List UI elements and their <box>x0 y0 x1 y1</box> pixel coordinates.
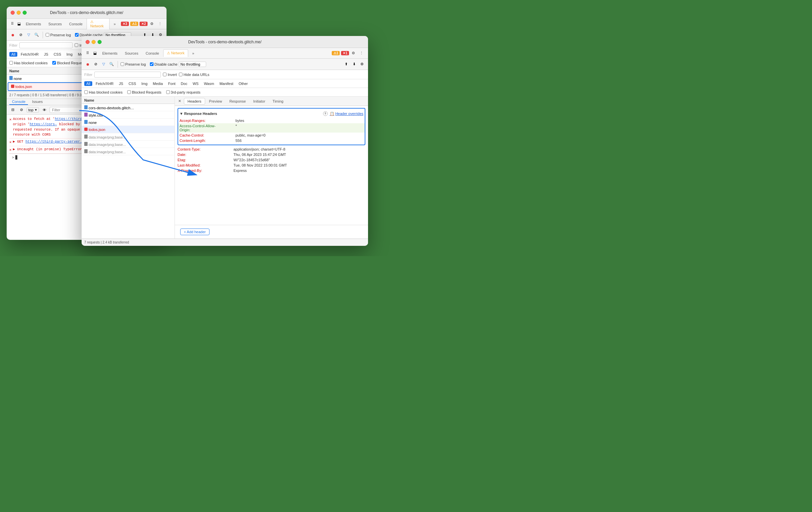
preserve-log-check-back[interactable] <box>46 33 49 37</box>
type-css-back[interactable]: CSS <box>52 52 63 57</box>
top-selector[interactable]: top ▼ <box>27 107 39 113</box>
blocked-req-check-back[interactable] <box>52 61 56 65</box>
minimize-button-back[interactable] <box>17 11 21 15</box>
throttle-select-front[interactable]: No throttling <box>179 62 206 67</box>
type-manifest-front[interactable]: Manifest <box>218 81 235 86</box>
search-icon-front[interactable]: 🔍 <box>108 61 115 67</box>
devtools-inspect-icon-front[interactable]: ⠿ <box>84 50 91 57</box>
type-img-back[interactable]: Img <box>65 52 75 57</box>
stop-record-back[interactable]: ⏺ <box>9 32 16 38</box>
preserve-log-label-front[interactable]: Preserve log <box>121 62 146 66</box>
tab-initiator-front[interactable]: Initiator <box>250 98 268 104</box>
blocked-requests-front[interactable]: Blocked Requests <box>127 90 162 94</box>
type-all-front[interactable]: All <box>84 81 92 86</box>
sidebar-toggle-icon[interactable]: ⊟ <box>9 107 16 113</box>
type-other-front[interactable]: Other <box>236 81 250 86</box>
close-button-front[interactable] <box>86 40 90 44</box>
type-font-front[interactable]: Font <box>166 81 177 86</box>
tab-elements-back[interactable]: Elements <box>22 21 44 27</box>
gear-icon-front[interactable]: ⚙ <box>350 50 357 56</box>
tab-more-back[interactable]: » <box>110 21 119 27</box>
invert-check-front[interactable] <box>163 73 167 76</box>
invert-label-front[interactable]: Invert <box>163 73 177 77</box>
stop-record-front[interactable]: ⏺ <box>84 61 91 67</box>
blocked-cookies-check-front[interactable] <box>84 90 88 94</box>
filter-input-back[interactable] <box>19 42 72 48</box>
table-row[interactable]: style.css <box>82 111 175 119</box>
tab-preview-front[interactable]: Preview <box>206 98 226 104</box>
table-row[interactable]: data:image/png;base... <box>82 141 175 148</box>
table-row-todos[interactable]: todos.json <box>82 126 175 133</box>
hide-data-check-front[interactable] <box>179 73 182 76</box>
type-doc-front[interactable]: Doc <box>179 81 190 86</box>
tab-more-front[interactable]: » <box>189 50 198 57</box>
close-button-back[interactable] <box>11 11 14 15</box>
devtools-dock-icon[interactable]: ⬓ <box>16 21 22 27</box>
blocked-cookies-front[interactable]: Has blocked cookies <box>84 90 122 94</box>
type-css-front[interactable]: CSS <box>126 81 138 86</box>
table-row[interactable]: cors-demo-devtools.glitch.me... <box>82 104 175 111</box>
disable-cache-label-front[interactable]: Disable cache <box>150 62 177 66</box>
disable-cache-check-front[interactable] <box>150 62 153 66</box>
type-fetch-front[interactable]: Fetch/XHR <box>94 81 116 86</box>
type-media-front[interactable]: Media <box>151 81 165 86</box>
tab-elements-front[interactable]: Elements <box>99 50 121 57</box>
type-img-front[interactable]: Img <box>140 81 149 86</box>
devtools-dock-icon-front[interactable]: ⬓ <box>92 50 98 57</box>
more-icon-front[interactable]: ⋮ <box>358 50 366 56</box>
tab-console-front[interactable]: Console <box>142 50 162 57</box>
type-ws-front[interactable]: WS <box>191 81 201 86</box>
header-overrides-link[interactable]: 📋 Header overrides <box>330 112 364 116</box>
tab-network-front[interactable]: ⚠ Network <box>163 49 188 57</box>
help-icon-rh[interactable]: ? <box>323 111 328 116</box>
clear-console-icon[interactable]: ⊘ <box>18 107 25 113</box>
tab-console-section[interactable]: Console <box>9 99 28 105</box>
tab-headers-front[interactable]: Headers <box>184 98 205 105</box>
download-icon-front[interactable]: ⬇ <box>351 61 357 67</box>
blocked-cookies-check-back[interactable] <box>9 61 13 65</box>
filter-input-front[interactable] <box>94 72 161 78</box>
cors-link-2[interactable]: https://cors- <box>30 122 57 126</box>
tab-network-back[interactable]: ⚠ Network <box>87 18 110 30</box>
tab-sources-front[interactable]: Sources <box>122 50 142 57</box>
upload-icon-front[interactable]: ⬆ <box>343 61 349 67</box>
type-js-back[interactable]: JS <box>42 52 50 57</box>
maximize-button-back[interactable] <box>23 11 27 15</box>
clear-front[interactable]: ⊘ <box>92 61 99 67</box>
more-icon-back[interactable]: ⋮ <box>156 21 164 27</box>
disable-cache-check-back[interactable] <box>75 33 79 37</box>
minimize-button-front[interactable] <box>92 40 95 44</box>
filter-icon-back[interactable]: ▽ <box>25 32 32 38</box>
clear-back[interactable]: ⊘ <box>17 32 24 38</box>
type-fetch-back[interactable]: Fetch/XHR <box>19 52 40 57</box>
tab-issues-section[interactable]: Issues <box>29 99 45 105</box>
eye-icon[interactable]: 👁 <box>41 107 48 113</box>
tab-response-front[interactable]: Response <box>226 98 250 104</box>
table-row[interactable]: data:image/png;base... <box>82 148 175 155</box>
type-js-front[interactable]: JS <box>117 81 125 86</box>
hide-data-urls-label-front[interactable]: Hide data URLs <box>179 73 209 77</box>
search-icon-back[interactable]: 🔍 <box>33 32 40 38</box>
table-row[interactable]: none <box>82 119 175 126</box>
gear-icon-back[interactable]: ⚙ <box>148 21 155 27</box>
blocked-cookies-back[interactable]: Has blocked cookies <box>9 61 48 65</box>
console-filter-input[interactable] <box>50 107 83 113</box>
preserve-log-check-front[interactable] <box>121 62 124 66</box>
type-all-back[interactable]: All <box>9 52 17 57</box>
type-wasm-front[interactable]: Wasm <box>202 81 216 86</box>
invert-check-back[interactable] <box>75 43 78 47</box>
third-party-check-front[interactable] <box>166 90 170 94</box>
filter-icon-front[interactable]: ▽ <box>100 61 107 67</box>
tab-console-back[interactable]: Console <box>66 21 86 27</box>
close-detail-button[interactable]: ✕ <box>176 98 183 104</box>
third-party-front[interactable]: 3rd-party requests <box>166 90 201 94</box>
tab-timing-front[interactable]: Timing <box>269 98 287 104</box>
maximize-button-front[interactable] <box>97 40 102 44</box>
blocked-req-check-front[interactable] <box>127 90 131 94</box>
gear2-icon-front[interactable]: ⚙ <box>359 61 366 67</box>
preserve-log-label-back[interactable]: Preserve log <box>46 33 71 37</box>
tab-sources-back[interactable]: Sources <box>45 21 65 27</box>
add-header-button[interactable]: + Add header <box>180 229 209 235</box>
devtools-inspect-icon[interactable]: ⠿ <box>9 21 15 27</box>
table-row[interactable]: data:image/png;base... <box>82 133 175 141</box>
